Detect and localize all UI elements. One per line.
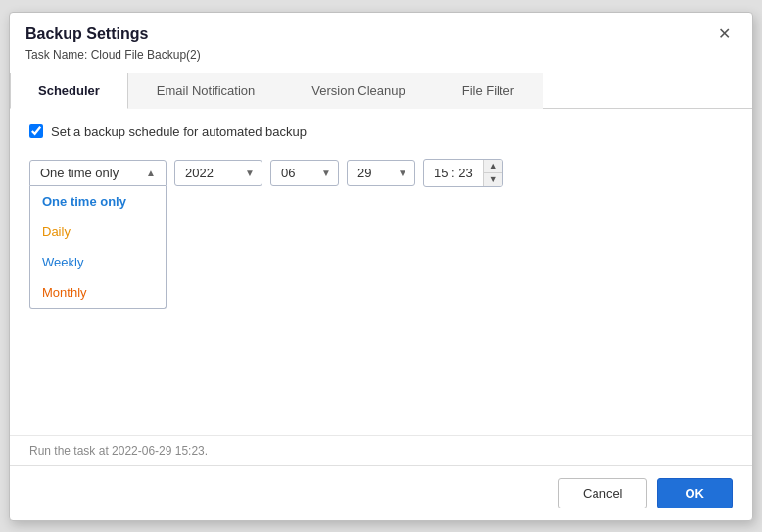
freq-option-one-time[interactable]: One time only (30, 186, 166, 217)
day-dropdown-container: 29 ▼ (347, 160, 415, 186)
content-spacer (10, 318, 752, 435)
status-bar: Run the task at 2022-06-29 15:23. (10, 435, 752, 465)
ok-button[interactable]: OK (657, 478, 734, 508)
tab-file-filter[interactable]: File Filter (434, 73, 543, 109)
tab-bar: Scheduler Email Notification Version Cle… (10, 72, 752, 109)
frequency-dropdown-wrapper: One time only ▲ One time only Daily Week… (29, 160, 167, 186)
cancel-button[interactable]: Cancel (558, 478, 646, 508)
month-dropdown-container: 06 ▼ (270, 160, 339, 186)
close-button[interactable]: ✕ (712, 24, 737, 44)
chevron-up-icon: ▲ (146, 168, 156, 178)
time-decrement-button[interactable]: ▼ (484, 173, 502, 186)
day-select[interactable]: 29 (347, 160, 415, 186)
schedule-checkbox[interactable] (29, 124, 43, 138)
frequency-dropdown-list: One time only Daily Weekly Monthly (29, 186, 167, 309)
schedule-checkbox-label: Set a backup schedule for automated back… (51, 124, 307, 139)
title-bar: Backup Settings ✕ (10, 13, 752, 48)
scheduler-content: Set a backup schedule for automated back… (10, 109, 752, 319)
task-name: Task Name: Cloud File Backup(2) (10, 48, 752, 72)
freq-option-monthly[interactable]: Monthly (30, 277, 166, 308)
year-dropdown-container: 2022 ▼ (174, 160, 262, 186)
month-select[interactable]: 06 (270, 160, 339, 186)
dialog-footer: Cancel OK (10, 465, 752, 520)
time-value: 15 : 23 (424, 161, 483, 185)
freq-option-weekly[interactable]: Weekly (30, 247, 166, 277)
time-increment-button[interactable]: ▲ (484, 160, 502, 173)
backup-settings-dialog: Backup Settings ✕ Task Name: Cloud File … (9, 12, 753, 521)
schedule-checkbox-row: Set a backup schedule for automated back… (29, 124, 733, 139)
tab-email-notification[interactable]: Email Notification (128, 73, 283, 109)
tab-scheduler[interactable]: Scheduler (10, 73, 128, 109)
frequency-button[interactable]: One time only ▲ (29, 160, 167, 186)
dialog-title: Backup Settings (25, 25, 148, 43)
time-input-group: 15 : 23 ▲ ▼ (423, 159, 503, 187)
year-select[interactable]: 2022 (174, 160, 262, 186)
freq-option-daily[interactable]: Daily (30, 217, 166, 247)
time-spinners: ▲ ▼ (483, 160, 502, 186)
tab-version-cleanup[interactable]: Version Cleanup (283, 73, 433, 109)
status-text: Run the task at 2022-06-29 15:23. (29, 444, 208, 458)
frequency-selected-label: One time only (40, 166, 119, 180)
schedule-row: One time only ▲ One time only Daily Week… (29, 159, 733, 187)
